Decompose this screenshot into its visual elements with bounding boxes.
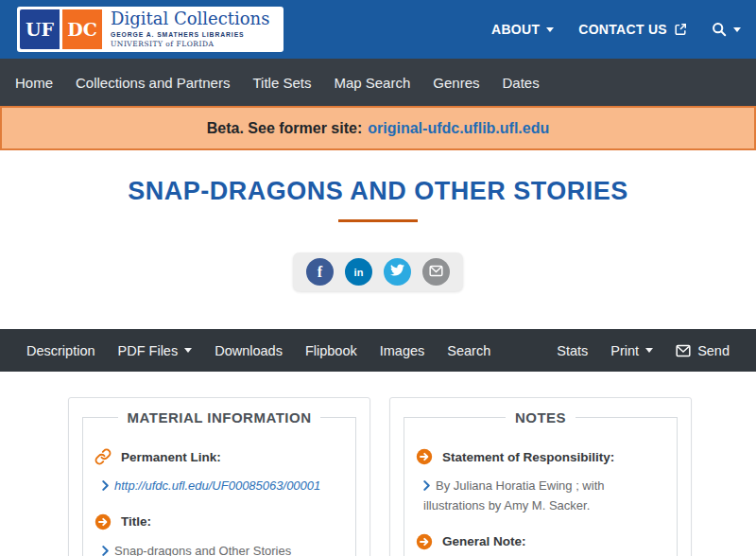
external-link-icon [674,23,687,36]
beta-banner: Beta. See former site: original-ufdc.ufl… [0,106,756,150]
ufdc-logo[interactable]: UF DC Digital Collections GEORGE A. SMAT… [17,7,284,52]
search-icon [712,22,727,37]
header-menu: ABOUT CONTACT US [491,0,741,59]
toolbar-print[interactable]: Print [599,343,664,358]
title-underline [338,219,418,222]
field-value-text: By Juliana Horatia Ewing ; with illustra… [423,478,604,513]
logo-text: Digital Collections GEORGE A. SMATHERS L… [102,9,281,49]
field-label: Title: [121,514,151,529]
twitter-icon [390,263,404,281]
toolbar-description[interactable]: Description [15,343,107,358]
toolbar-stats[interactable]: Stats [545,343,599,358]
toolbar-label: PDF Files [118,343,179,358]
panel-frame: MATERIAL INFORMATIONPermanent Link:http:… [82,409,356,556]
facebook-icon: f [318,264,322,281]
toolbar-label: Send [697,343,730,358]
linkedin-share-button[interactable]: in [345,258,372,286]
chevron-right-icon [102,543,109,556]
panel-title: MATERIAL INFORMATION [118,409,321,426]
uf-logo-square: UF [20,9,60,49]
arrow-circle-icon [416,448,433,465]
toolbar-search[interactable]: Search [436,343,502,358]
chevron-down-icon [546,27,554,32]
chevron-down-icon [184,348,192,353]
about-menu[interactable]: ABOUT [491,22,554,37]
item-metadata: MATERIAL INFORMATIONPermanent Link:http:… [0,372,756,556]
beta-banner-text: Beta. See former site: [207,120,363,137]
arrow-circle-icon [416,533,433,550]
metadata-field: Title: [94,513,344,530]
chevron-down-icon [733,27,741,32]
contact-us-link[interactable]: CONTACT US [578,22,687,37]
nav-item-collections-and-partners[interactable]: Collections and Partners [64,75,241,91]
field-value-text: Snap-dragons and Other Stories [114,544,291,556]
email-share-button[interactable] [422,258,450,286]
field-label: Permanent Link: [121,450,221,464]
page-title: SNAP-DRAGONS AND OTHER STORIES [0,150,756,206]
nav-item-genres[interactable]: Genres [421,75,490,91]
title-section: SNAP-DRAGONS AND OTHER STORIES fin [0,150,756,329]
about-menu-label: ABOUT [491,22,540,37]
site-header: UF DC Digital Collections GEORGE A. SMAT… [0,0,756,59]
toolbar-label: Images [380,343,425,358]
envelope-icon [429,264,443,281]
search-menu[interactable] [712,22,741,37]
metadata-field: Permanent Link: [94,448,344,465]
logo-subtitle-libraries: GEORGE A. SMATHERS LIBRARIES [111,31,269,38]
contact-us-label: CONTACT US [578,22,667,37]
social-share-bar: fin [293,252,463,291]
linkedin-icon: in [354,267,364,278]
arrow-circle-icon [94,513,112,530]
nav-item-title-sets[interactable]: Title Sets [241,75,322,91]
toolbar-left: DescriptionPDF FilesDownloadsFlipbookIma… [15,343,502,358]
panel-frame: NOTESStatement of Responsibility:By Juli… [404,409,678,556]
toolbar-send[interactable]: Send [664,343,741,358]
toolbar-label: Print [610,343,639,358]
panel-title: NOTES [506,409,576,426]
toolbar-label: Flipbook [305,343,357,358]
toolbar-label: Stats [557,343,588,358]
field-value: By Juliana Horatia Ewing ; with illustra… [416,477,665,516]
panel-material-information: MATERIAL INFORMATIONPermanent Link:http:… [68,397,370,556]
toolbar-downloads[interactable]: Downloads [203,343,294,358]
toolbar-pdf-files[interactable]: PDF Files [107,343,204,358]
nav-item-map-search[interactable]: Map Search [322,75,421,91]
toolbar-flipbook[interactable]: Flipbook [294,343,369,358]
main-nav: HomeCollections and PartnersTitle SetsMa… [0,59,756,106]
permalink-icon [94,448,112,465]
field-label: Statement of Responsibility: [442,450,614,464]
former-site-link[interactable]: original-ufdc.uflib.ufl.edu [368,120,549,137]
toolbar-label: Downloads [215,343,283,358]
chevron-right-icon [423,478,430,497]
field-label: General Note: [442,534,526,548]
metadata-field: General Note: [416,533,665,550]
toolbar-right: StatsPrintSend [545,343,741,358]
twitter-share-button[interactable] [384,258,411,286]
facebook-share-button[interactable]: f [306,258,334,286]
chevron-down-icon [645,348,653,353]
field-value: Snap-dragons and Other Stories [94,542,344,556]
nav-item-dates[interactable]: Dates [490,75,550,91]
nav-item-home[interactable]: Home [4,75,64,91]
metadata-field: Statement of Responsibility: [416,448,665,465]
toolbar-label: Search [447,343,490,358]
panel-notes: NOTESStatement of Responsibility:By Juli… [389,397,692,556]
toolbar-images[interactable]: Images [369,343,437,358]
logo-subtitle-university: UNIVERSITY of FLORIDA [111,40,269,48]
permanent-link-value[interactable]: http://ufdc.ufl.edu/UF00085063/00001 [94,477,344,496]
toolbar-label: Description [26,343,95,358]
chevron-right-icon [102,478,109,497]
logo-title: Digital Collections [111,10,269,28]
item-toolbar: DescriptionPDF FilesDownloadsFlipbookIma… [0,329,756,372]
dc-logo-square: DC [62,9,102,49]
envelope-icon [676,344,691,357]
field-value-text: http://ufdc.ufl.edu/UF00085063/00001 [114,478,320,493]
